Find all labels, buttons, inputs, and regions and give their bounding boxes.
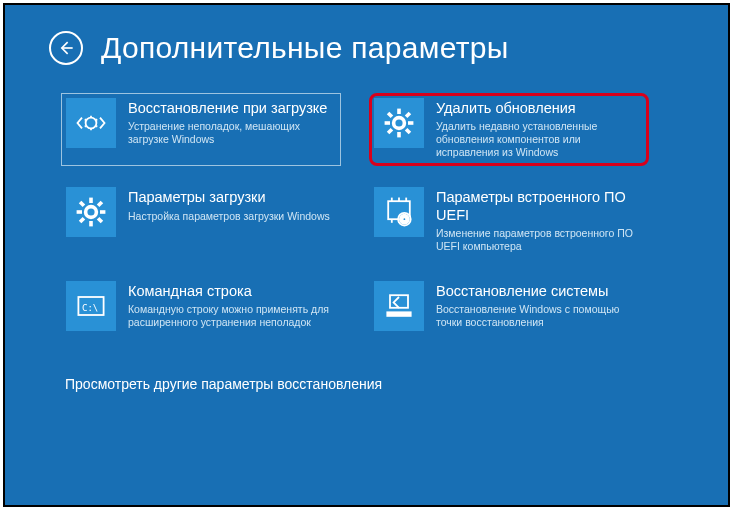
tile-startup-repair[interactable]: Восстановление при загрузке Устранение н… <box>61 93 341 166</box>
svg-rect-13 <box>405 128 411 134</box>
tile-desc: Изменение параметров встроенного ПО UEFI… <box>436 227 642 253</box>
svg-rect-18 <box>77 211 82 215</box>
tile-system-restore[interactable]: Восстановление системы Восстановление Wi… <box>369 276 649 338</box>
startup-repair-icon <box>66 98 116 148</box>
svg-rect-8 <box>397 109 401 114</box>
tile-title: Удалить обновления <box>436 100 642 117</box>
tile-command-prompt[interactable]: C:\ Командная строка Командную строку мо… <box>61 276 341 338</box>
tile-title: Командная строка <box>128 283 334 300</box>
svg-rect-37 <box>386 311 411 316</box>
svg-rect-22 <box>97 201 103 207</box>
see-more-options-link[interactable]: Просмотреть другие параметры восстановле… <box>65 376 694 392</box>
terminal-icon: C:\ <box>66 281 116 331</box>
svg-rect-14 <box>405 112 411 118</box>
tile-title: Параметры встроенного ПО UEFI <box>436 189 642 223</box>
svg-rect-20 <box>79 201 85 207</box>
svg-rect-9 <box>397 132 401 137</box>
chip-gear-icon <box>374 187 424 237</box>
svg-text:C:\: C:\ <box>82 302 98 312</box>
tile-title: Восстановление при загрузке <box>128 100 334 117</box>
gear-icon <box>374 98 424 148</box>
tile-title: Восстановление системы <box>436 283 642 300</box>
gear-icon <box>66 187 116 237</box>
tile-title: Параметры загрузки <box>128 189 334 206</box>
svg-point-33 <box>403 218 407 222</box>
svg-rect-17 <box>89 221 93 226</box>
svg-rect-10 <box>385 121 390 125</box>
tile-desc: Командную строку можно применять для рас… <box>128 303 334 329</box>
svg-rect-15 <box>387 128 393 134</box>
svg-rect-23 <box>79 217 85 223</box>
svg-rect-16 <box>89 198 93 203</box>
svg-line-5 <box>96 126 98 127</box>
tile-desc: Восстановление Windows с помощью точки в… <box>436 303 642 329</box>
svg-rect-21 <box>97 217 103 223</box>
tile-uefi-settings[interactable]: Параметры встроенного ПО UEFI Изменение … <box>369 182 649 259</box>
svg-rect-12 <box>387 112 393 118</box>
svg-line-6 <box>85 126 87 127</box>
svg-line-4 <box>85 119 87 120</box>
tile-desc: Настройка параметров загрузки Windows <box>128 210 334 223</box>
options-grid: Восстановление при загрузке Устранение н… <box>61 93 694 338</box>
svg-point-1 <box>86 118 97 129</box>
svg-rect-19 <box>100 211 105 215</box>
svg-line-7 <box>96 119 98 120</box>
tile-uninstall-updates[interactable]: Удалить обновления Удалить недавно устан… <box>369 93 649 166</box>
tile-desc: Устранение неполадок, мешающих загрузке … <box>128 120 334 146</box>
page-title: Дополнительные параметры <box>101 31 509 65</box>
tile-startup-settings[interactable]: Параметры загрузки Настройка параметров … <box>61 182 341 259</box>
back-button[interactable] <box>49 31 83 65</box>
restore-icon <box>374 281 424 331</box>
svg-rect-11 <box>408 121 413 125</box>
header: Дополнительные параметры <box>49 31 694 65</box>
winre-advanced-options-screen: Дополнительные параметры Восстановле <box>3 3 730 507</box>
tile-desc: Удалить недавно установленные обновления… <box>436 120 642 159</box>
